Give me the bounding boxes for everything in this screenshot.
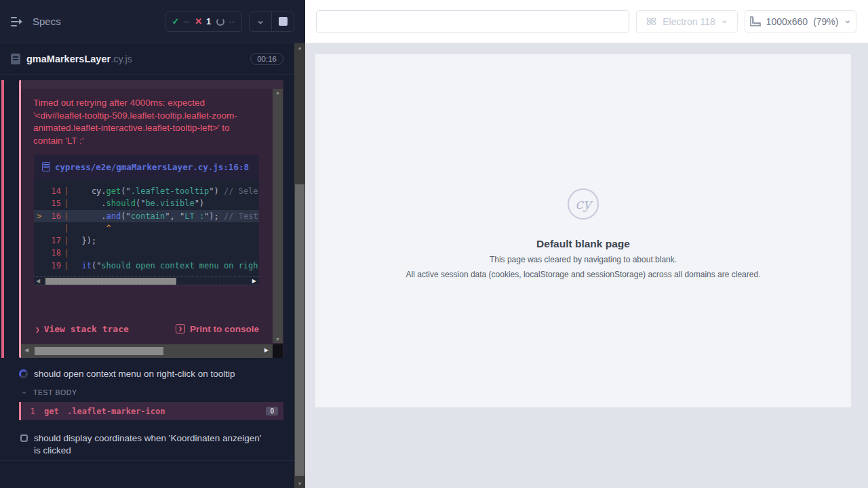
scroll-down-icon[interactable]: ▼ (273, 337, 283, 342)
scroll-up-icon[interactable]: ▲ (294, 45, 305, 50)
spec-file-ext: .cy.js (111, 54, 132, 64)
x-icon: ✕ (195, 16, 202, 26)
code-frame: cypress/e2e/gmaMarkersLayer.cy.js:16:8 1… (34, 155, 259, 285)
test-stats: ✓ -- ✕ 1 -- (165, 12, 242, 32)
error-panel-top (21, 80, 283, 89)
browser-label: Electron 118 (663, 16, 715, 27)
collapse-all-button[interactable]: ⌄ (250, 12, 271, 31)
blank-page-line2: All active session data (cookies, localS… (406, 270, 761, 280)
scroll-up-icon[interactable]: ▲ (273, 90, 283, 95)
pending-count: -- (229, 16, 235, 26)
viewport-info-button[interactable]: 1000x660 (79%) ⌄ (745, 10, 856, 33)
scroll-right-icon[interactable]: ▶ (252, 277, 256, 285)
error-actions: ❯View stack trace ❯Print to console (21, 319, 259, 339)
viewport-size: 1000x660 (766, 16, 808, 27)
scroll-right-icon[interactable]: ▶ (264, 347, 269, 353)
chevron-down-icon: ⌄ (20, 386, 28, 395)
reporter-header: Specs ✓ -- ✕ 1 -- ⌄ (0, 0, 305, 43)
code-line: 17| }); (34, 235, 259, 247)
test-error-panel: Timed out retrying after 4000ms: expecte… (19, 80, 283, 358)
chevron-down-icon: ⌄ (721, 15, 728, 25)
spec-file-icon (11, 54, 20, 64)
console-icon: ❯ (176, 324, 185, 333)
failed-count: 1 (206, 16, 211, 26)
test-title: should display coordinates when 'Koordin… (34, 432, 264, 457)
code-horizontal-scrollbar[interactable]: ◀ ▶ (34, 276, 259, 285)
view-stack-trace-button[interactable]: ❯View stack trace (35, 324, 129, 334)
blank-page-title: Default blank page (406, 238, 761, 250)
scroll-left-icon[interactable]: ◀ (36, 277, 40, 285)
command-log-row[interactable]: 1 get .leaflet-marker-icon 0 (19, 402, 283, 420)
code-frame-file-link[interactable]: cypress/e2e/gmaMarkersLayer.cy.js:16:8 (34, 155, 259, 180)
stop-run-button[interactable] (272, 12, 294, 31)
aut-toolbar: Electron 118 ⌄ 1000x660 (79%) ⌄ (305, 0, 868, 43)
spec-timer-badge: 00:16 (250, 53, 283, 65)
reporter-scrollbar[interactable]: ▲ ▼ (294, 43, 305, 488)
file-icon (42, 162, 50, 171)
cypress-logo: cy (568, 188, 599, 220)
cypress-app: Specs ✓ -- ✕ 1 -- ⌄ (0, 0, 868, 488)
test-body-label: TEST BODY (33, 388, 77, 396)
specs-menu-icon[interactable] (11, 16, 24, 27)
scroll-left-icon[interactable]: ◀ (24, 347, 28, 353)
error-horizontal-scrollbar[interactable]: ◀ ▶ (21, 344, 273, 358)
code-frame-file-path: cypress/e2e/gmaMarkersLayer.cy.js:16:8 (55, 162, 249, 172)
chevron-down-icon: ⌄ (844, 15, 851, 25)
chevron-right-icon: ❯ (35, 325, 40, 334)
stat-pending: -- (216, 16, 235, 26)
error-scrollbar-thumb[interactable] (35, 347, 163, 355)
reporter-panel: Specs ✓ -- ✕ 1 -- ⌄ (0, 0, 305, 488)
aut-panel: Electron 118 ⌄ 1000x660 (79%) ⌄ cy Defau… (305, 0, 868, 488)
test-queued-icon (20, 434, 28, 442)
error-vertical-scrollbar[interactable]: ▲ ▼ (273, 89, 283, 343)
print-to-console-label: Print to console (190, 324, 259, 334)
check-icon: ✓ (172, 16, 180, 26)
stat-passed: ✓ -- (172, 16, 190, 26)
print-to-console-button[interactable]: ❯Print to console (176, 324, 259, 334)
test-item-running[interactable]: should open context menu on right-click … (19, 368, 278, 380)
code-scrollbar-thumb[interactable] (45, 278, 176, 285)
stat-failed: ✕ 1 (195, 16, 211, 26)
code-line: 19| it("should open context menu on righ (34, 260, 259, 272)
test-running-spinner-icon (19, 369, 28, 378)
command-method: get (44, 407, 67, 416)
blank-page-line1: This page was cleared by navigating to a… (406, 255, 761, 265)
command-count-badge: 0 (266, 407, 278, 415)
aut-stage: cy Default blank page This page was clea… (305, 43, 868, 488)
test-body-section-toggle[interactable]: ⌄ TEST BODY (20, 388, 77, 396)
error-message: Timed out retrying after 4000ms: expecte… (33, 97, 258, 147)
scrollbar-corner (273, 344, 283, 358)
url-input[interactable] (316, 10, 629, 33)
list-divider (0, 460, 294, 461)
code-line: >16| .and("contain", "LT :"); // Test (34, 210, 259, 222)
stop-icon (279, 17, 288, 26)
code-line: 14| cy.get(".leaflet-tooltip") // Sele (34, 185, 259, 197)
chevron-down-icon: ⌄ (256, 15, 265, 25)
failed-attempt-indicator (1, 80, 4, 358)
scroll-down-icon[interactable]: ▼ (294, 481, 305, 486)
code-snippet: 14| cy.get(".leaflet-tooltip") // Sele15… (34, 180, 259, 276)
blank-page-content: cy Default blank page This page was clea… (406, 188, 761, 280)
code-line: 18| (34, 247, 259, 259)
view-stack-trace-label: View stack trace (44, 324, 129, 334)
code-line: 15| .should("be.visible") (34, 197, 259, 209)
spec-file-row[interactable]: gmaMarkersLayer .cy.js 00:16 (0, 43, 294, 75)
aut-viewport: cy Default blank page This page was clea… (315, 54, 851, 407)
spec-file-name: gmaMarkersLayer (26, 54, 111, 64)
viewport-scale: (79%) (813, 16, 838, 27)
code-line: | ^ (34, 222, 259, 235)
ruler-icon (750, 16, 761, 26)
command-selector: .leaflet-marker-icon (67, 407, 266, 416)
electron-icon (646, 16, 657, 27)
reporter-scrollbar-thumb[interactable] (295, 184, 304, 476)
command-number: 1 (21, 407, 44, 416)
spinner-icon (216, 18, 224, 26)
specs-title: Specs (33, 16, 165, 27)
test-title: should open context menu on right-click … (34, 368, 235, 380)
run-controls: ⌄ (249, 12, 294, 32)
passed-count: -- (184, 16, 190, 26)
browser-selector-button[interactable]: Electron 118 ⌄ (636, 10, 738, 33)
test-item-queued[interactable]: should display coordinates when 'Koordin… (20, 432, 264, 457)
